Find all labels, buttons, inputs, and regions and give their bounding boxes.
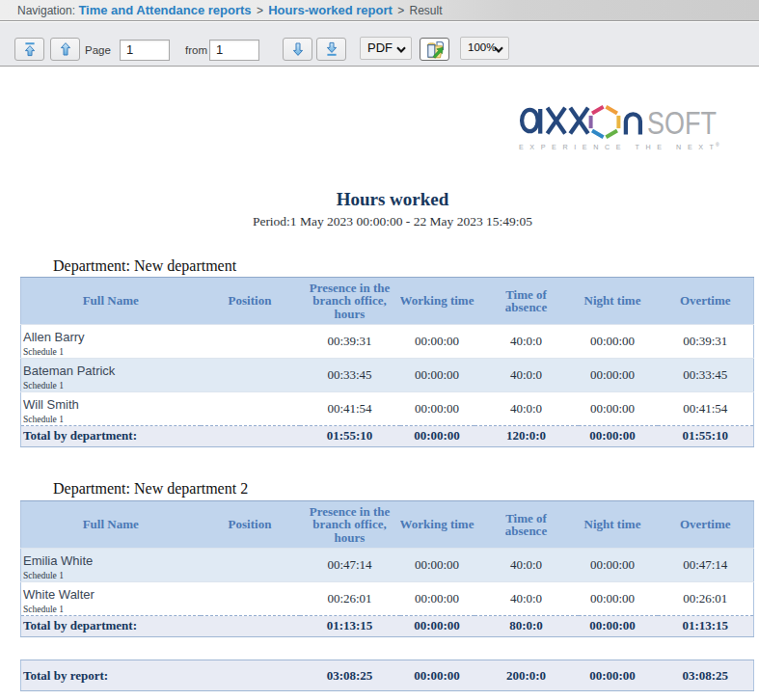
svg-text:®: ® bbox=[716, 142, 719, 148]
svg-text:SOFT: SOFT bbox=[647, 104, 717, 141]
svg-text:EXPERIENCE THE NEXT: EXPERIENCE THE NEXT bbox=[519, 143, 715, 151]
